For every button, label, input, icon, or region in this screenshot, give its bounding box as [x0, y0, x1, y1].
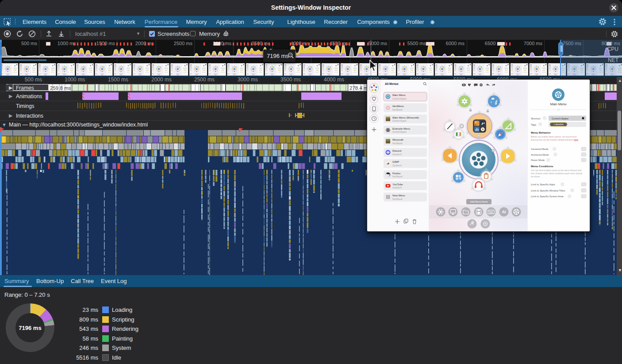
- svg-text:Menu Behavior: Menu Behavior: [531, 131, 551, 134]
- svg-text:Discord: Discord: [392, 149, 401, 152]
- svg-text:Main Menu: Main Menu: [392, 94, 406, 96]
- svg-text:Limit to Specific Window Title: Limit to Specific Window Titles: [531, 189, 565, 192]
- svg-text:be shown.: be shown.: [531, 176, 541, 178]
- svg-text:Tags: Tags: [531, 123, 536, 126]
- svg-text:Control+Space: Control+Space: [552, 117, 568, 120]
- svg-text:learning why we like Kando’s d: learning why we like Kando’s default beh…: [531, 139, 579, 141]
- svg-text:Not Bound: Not Bound: [392, 198, 403, 200]
- svg-text:Control+Space: Control+Space: [392, 120, 407, 122]
- svg-text:Minecraft: Minecraft: [392, 138, 403, 141]
- svg-text:YouTube: YouTube: [392, 183, 403, 186]
- svg-text:Centered Mode: Centered Mode: [531, 148, 549, 150]
- svg-text:Menu Conditions: Menu Conditions: [531, 165, 553, 168]
- svg-text:Not Bound: Not Bound: [392, 109, 403, 111]
- svg-text:Not Bound: Not Bound: [392, 176, 403, 178]
- svg-text:Add Menu Items: Add Menu Items: [470, 200, 488, 203]
- svg-text:Control+4: Control+4: [392, 187, 402, 189]
- svg-text:+ favorites: + favorites: [553, 123, 564, 126]
- svg-text:Not Bound: Not Bound: [392, 142, 403, 145]
- svg-text:You can bind multiple menus to: You can bind multiple menus to the same …: [531, 169, 582, 172]
- svg-text:Control+4: Control+4: [392, 165, 402, 167]
- svg-text:Hover Mode: Hover Mode: [531, 159, 545, 161]
- svg-text:GIMP: GIMP: [392, 161, 399, 163]
- svg-text:HexMenu: HexMenu: [392, 105, 404, 107]
- svg-text:Limit to Specific Apps: Limit to Specific Apps: [531, 183, 555, 186]
- svg-text:Main Menu: Main Menu: [550, 102, 566, 106]
- svg-text:AI: AI: [502, 210, 506, 214]
- svg-text:Firefox: Firefox: [392, 172, 400, 175]
- svg-text:Example Menu: Example Menu: [392, 127, 410, 130]
- svg-text:Before you enable these option: Before you enable these options, we reco…: [531, 136, 577, 138]
- svg-text:Limit to Specific Screen Area: Limit to Specific Screen Area: [531, 195, 564, 198]
- svg-text:Control+4: Control+4: [392, 153, 402, 156]
- svg-text:Main Menu (Minecraft): Main Menu (Minecraft): [392, 116, 419, 119]
- svg-text:Control+Space: Control+Space: [392, 98, 407, 100]
- svg-text:Anchored Mode: Anchored Mode: [531, 153, 549, 156]
- svg-text:Shortcut: Shortcut: [531, 117, 541, 120]
- svg-text:New Menu: New Menu: [392, 194, 405, 197]
- svg-text:Control+Space: Control+Space: [392, 131, 407, 133]
- svg-text:then choose under which condit: then choose under which conditions each …: [531, 172, 582, 175]
